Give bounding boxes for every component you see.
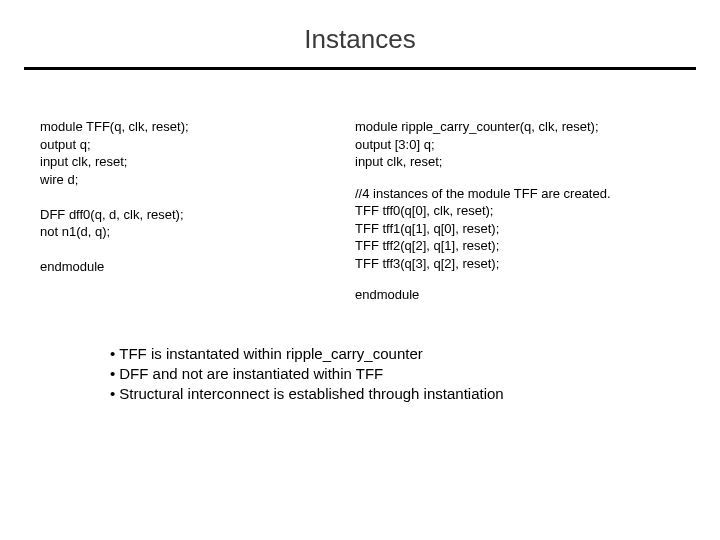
spacer bbox=[355, 272, 680, 286]
code-tff-module: module TFF(q, clk, reset); output q; inp… bbox=[40, 118, 325, 276]
left-column: module TFF(q, clk, reset); output q; inp… bbox=[40, 118, 345, 304]
bullet-text: DFF and not are instantiated within TFF bbox=[119, 364, 383, 384]
bullet-item: • TFF is instantated within ripple_carry… bbox=[110, 344, 640, 364]
bullet-dot: • bbox=[110, 344, 119, 364]
bullet-item: • DFF and not are instantiated within TF… bbox=[110, 364, 640, 384]
bullet-dot: • bbox=[110, 384, 119, 404]
code-ripple-end: endmodule bbox=[355, 286, 680, 304]
code-columns: module TFF(q, clk, reset); output q; inp… bbox=[0, 70, 720, 304]
bullet-list: • TFF is instantated within ripple_carry… bbox=[0, 304, 720, 405]
bullet-item: • Structural interconnect is established… bbox=[110, 384, 640, 404]
code-ripple-header: module ripple_carry_counter(q, clk, rese… bbox=[355, 118, 680, 171]
bullet-dot: • bbox=[110, 364, 119, 384]
spacer bbox=[355, 171, 680, 185]
code-ripple-instances: //4 instances of the module TFF are crea… bbox=[355, 185, 680, 273]
bullet-text: Structural interconnect is established t… bbox=[119, 384, 503, 404]
bullet-text: TFF is instantated within ripple_carry_c… bbox=[119, 344, 422, 364]
slide-title: Instances bbox=[0, 0, 720, 67]
right-column: module ripple_carry_counter(q, clk, rese… bbox=[345, 118, 680, 304]
